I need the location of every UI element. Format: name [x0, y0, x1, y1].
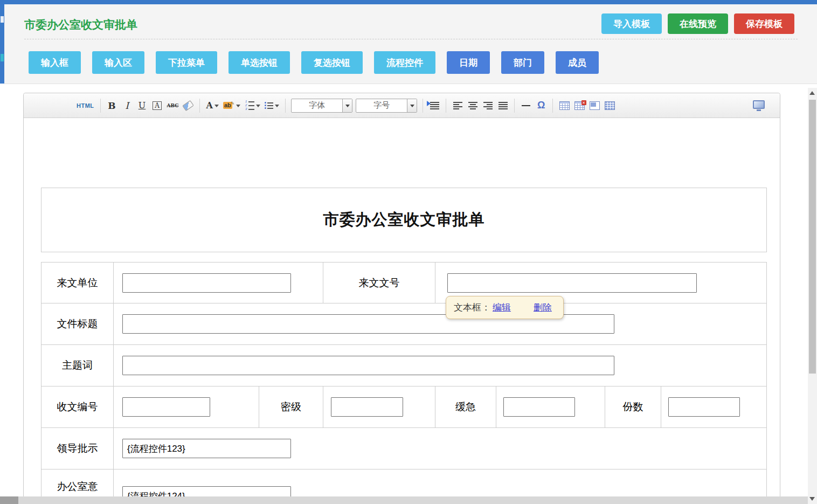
receipt-number-cell — [113, 386, 259, 427]
font-box-button[interactable]: A — [151, 99, 164, 113]
toolbar-separator — [100, 99, 101, 113]
dropdown-widget-button[interactable]: 下拉菜单 — [156, 51, 217, 74]
member-widget-button[interactable]: 成员 — [556, 51, 599, 74]
urgency-input[interactable] — [503, 397, 575, 417]
eraser-button[interactable] — [182, 99, 195, 113]
department-widget-button[interactable]: 部门 — [501, 51, 544, 74]
strikethrough-icon: ABC — [167, 103, 179, 108]
font-box-icon: A — [153, 101, 162, 110]
widget-button-row: 输入框 输入区 下拉菜单 单选按钮 复选按钮 流程控件 日期 部门 成员 — [29, 51, 599, 74]
receipt-number-input[interactable] — [122, 397, 210, 417]
align-right-button[interactable] — [481, 99, 494, 113]
receipt-number-label: 收文编号 — [41, 386, 113, 427]
strikethrough-button[interactable]: ABC — [166, 99, 180, 113]
pencil-icon: ✎ — [231, 101, 235, 106]
chevron-down-icon[interactable] — [342, 99, 352, 112]
urgency-cell — [496, 386, 605, 427]
cell-properties-icon — [590, 101, 600, 110]
red-x-icon: ✕ — [581, 100, 586, 105]
special-char-button[interactable]: Ω — [535, 99, 548, 113]
italic-button[interactable]: I — [121, 99, 134, 113]
indent-button[interactable] — [428, 99, 441, 113]
import-template-button[interactable]: 导入模板 — [601, 13, 662, 34]
subject-word-label: 主题词 — [41, 345, 113, 386]
scroll-down-icon[interactable] — [809, 497, 815, 501]
ordered-list-button[interactable] — [244, 99, 261, 113]
delete-link[interactable]: 删除 — [534, 301, 552, 314]
eraser-icon — [183, 100, 195, 111]
font-color-button[interactable]: A — [205, 99, 219, 113]
edit-link[interactable]: 编辑 — [493, 301, 511, 314]
doc-number-input[interactable] — [447, 273, 697, 293]
font-color-icon: A — [206, 100, 212, 111]
table-row: 文件标题 — [41, 303, 766, 344]
copies-cell — [661, 386, 766, 427]
flow-control-widget-button[interactable]: 流程控件 — [374, 51, 435, 74]
table-properties-button[interactable] — [603, 99, 616, 113]
textarea-widget-button[interactable]: 输入区 — [92, 51, 144, 74]
bold-button[interactable]: B — [106, 99, 119, 113]
chevron-down-icon[interactable] — [407, 99, 417, 112]
html-source-button[interactable]: HTML — [75, 99, 95, 113]
underline-button[interactable]: U — [136, 99, 149, 113]
editor-panel: HTML B I U A ABC A ab✎ 字体 — [23, 93, 780, 504]
leader-instruction-input[interactable] — [122, 439, 291, 458]
table-row: 来文单位 来文文号 — [41, 263, 766, 303]
input-box-widget-button[interactable]: 输入框 — [29, 51, 81, 74]
delete-table-button[interactable]: ✕ — [573, 99, 586, 113]
form-title: 市委办公室收文审批单 — [323, 209, 485, 231]
fullscreen-button[interactable] — [752, 99, 766, 113]
table-row: 收文编号 密级 缓急 份数 — [41, 386, 766, 427]
editor-toolbar: HTML B I U A ABC A ab✎ 字体 — [24, 93, 780, 118]
toolbar-separator — [423, 99, 423, 113]
omega-icon: Ω — [537, 100, 545, 111]
security-level-cell — [323, 386, 435, 427]
toolbar-separator — [514, 99, 515, 113]
receipt-form-table: 来文单位 来文文号 文件标题 主题词 — [41, 262, 767, 504]
horizontal-scroll-thumb[interactable] — [0, 496, 18, 504]
radio-widget-button[interactable]: 单选按钮 — [229, 51, 290, 74]
document-canvas[interactable]: 市委办公室收文审批单 来文单位 来文文号 文件标题 — [24, 118, 780, 504]
horizontal-rule-button[interactable] — [520, 99, 532, 113]
date-widget-button[interactable]: 日期 — [447, 51, 490, 74]
horizontal-scrollbar[interactable] — [0, 496, 808, 504]
indent-arrow-icon — [427, 101, 433, 106]
align-left-button[interactable] — [451, 99, 464, 113]
toolbar-separator — [446, 99, 446, 113]
save-template-button[interactable]: 保存模板 — [734, 13, 794, 34]
tooltip-label: 文本框： — [454, 301, 490, 314]
font-size-select[interactable]: 字号 — [356, 99, 417, 113]
align-center-icon — [468, 102, 477, 109]
checkbox-widget-button[interactable]: 复选按钮 — [301, 51, 363, 74]
page-title: 市委办公室收文审批单 — [24, 17, 137, 32]
online-preview-button[interactable]: 在线预览 — [668, 13, 728, 34]
align-center-button[interactable] — [466, 99, 479, 113]
header-actions: 导入模板 在线预览 保存模板 — [601, 13, 794, 34]
insert-table-button[interactable] — [558, 99, 571, 113]
unordered-list-icon — [265, 102, 273, 109]
doc-number-label: 来文文号 — [323, 263, 435, 303]
leader-instruction-label: 领导批示 — [41, 428, 113, 469]
subject-word-input[interactable] — [122, 356, 614, 375]
font-family-select[interactable]: 字体 — [291, 99, 352, 113]
cell-properties-button[interactable] — [588, 99, 601, 113]
unordered-list-button[interactable] — [264, 99, 280, 113]
doc-title-cell — [113, 303, 766, 344]
align-left-icon — [453, 102, 462, 109]
urgency-label: 缓急 — [435, 386, 496, 427]
underline-icon: U — [139, 100, 146, 111]
font-family-value: 字体 — [292, 99, 342, 112]
header: 市委办公室收文审批单 导入模板 在线预览 保存模板 输入框 输入区 下拉菜单 单… — [4, 4, 817, 84]
scroll-up-icon[interactable] — [809, 91, 815, 95]
toolbar-separator — [199, 99, 200, 113]
vertical-scroll-thumb[interactable] — [809, 100, 816, 374]
source-unit-input[interactable] — [122, 273, 291, 293]
toolbar-separator — [552, 99, 553, 113]
source-unit-cell — [113, 263, 323, 303]
sidebar-edge-mark — [1, 54, 4, 61]
justify-button[interactable] — [496, 99, 509, 113]
copies-input[interactable] — [668, 397, 740, 417]
security-level-input[interactable] — [331, 397, 403, 417]
vertical-scrollbar[interactable] — [808, 88, 817, 504]
highlight-color-button[interactable]: ab✎ — [222, 99, 241, 113]
